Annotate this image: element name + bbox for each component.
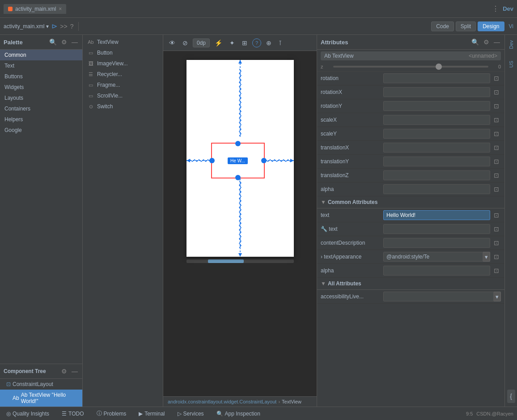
scaley-input[interactable] (383, 129, 490, 139)
palette-settings-button[interactable]: ⚙ (60, 38, 68, 47)
text-align-button[interactable]: ⊺ (276, 38, 284, 48)
sidebar-item-layouts[interactable]: Layouts (0, 93, 82, 103)
resize-handle-right[interactable] (261, 158, 267, 163)
translationx-input[interactable] (383, 143, 490, 153)
tree-item-constraintlayout[interactable]: ⊡ ConstraintLayout (0, 379, 82, 390)
file-tab[interactable]: activity_main.xml × (4, 4, 66, 14)
translationz-more-button[interactable]: ⊡ (492, 172, 501, 179)
breadcrumb-path[interactable]: androidx.constraintlayout.widget.Constra… (168, 399, 276, 404)
text-more-button[interactable]: ⊡ (492, 212, 501, 219)
rotation-more-button[interactable]: ⊡ (492, 75, 501, 82)
selected-textview-widget[interactable]: He W... (211, 143, 265, 178)
palette-search-button[interactable]: 🔍 (48, 38, 58, 47)
widget-imageview[interactable]: 🖼 ImageView... (83, 58, 163, 69)
attr-search-button[interactable]: 🔍 (470, 38, 480, 47)
text-appearance-input[interactable] (383, 252, 483, 262)
widget-button[interactable]: ▭ Button (83, 47, 163, 58)
no-constraint-button[interactable]: ⊘ (180, 38, 190, 48)
tree-item-textview[interactable]: Ab Ab TextView "Hello World!" (0, 390, 82, 407)
magic-wand-button[interactable]: ✦ (227, 38, 237, 48)
edge-bracket-button[interactable]: { (507, 390, 515, 403)
text-wrench-input[interactable] (383, 224, 490, 234)
resize-handle-left[interactable] (209, 158, 215, 163)
content-description-input[interactable] (383, 238, 490, 248)
sidebar-item-text[interactable]: Text (0, 60, 82, 71)
breadcrumb-current[interactable]: TextView (282, 399, 301, 404)
accessibility-dropdown-button[interactable]: ▾ (494, 292, 501, 301)
tree-minimize-button[interactable]: — (71, 367, 79, 376)
sidebar-item-common[interactable]: Common (0, 50, 82, 60)
rotationx-more-button[interactable]: ⊡ (492, 89, 501, 96)
canvas-content[interactable]: He W... (163, 51, 317, 396)
text-input[interactable] (383, 210, 490, 220)
file-dropdown[interactable]: activity_main.xml ▾ (4, 23, 49, 30)
app-inspection-button[interactable]: 🔍 App Inspection (214, 409, 263, 418)
palette-minimize-button[interactable]: — (71, 38, 79, 47)
widget-fragment[interactable]: ▭ Fragme... (83, 80, 163, 90)
translationy-input[interactable] (383, 157, 490, 166)
grid-button[interactable]: ⊞ (240, 38, 250, 48)
code-view-button[interactable]: Code (431, 21, 454, 31)
sidebar-item-containers[interactable]: Containers (0, 103, 82, 114)
eye-toggle-button[interactable]: 👁 (167, 38, 178, 48)
rotationy-more-button[interactable]: ⊡ (492, 102, 501, 110)
widget-switch[interactable]: ⊙ Switch (83, 101, 163, 112)
z-slider[interactable] (333, 66, 488, 68)
services-button[interactable]: ▷ Services (175, 409, 207, 418)
scaley-more-button[interactable]: ⊡ (492, 130, 501, 137)
translationy-more-button[interactable]: ⊡ (492, 158, 501, 165)
help-circle-icon[interactable]: ? (70, 23, 74, 30)
content-description-label: contentDescription (321, 240, 383, 246)
rotation-input[interactable] (383, 73, 490, 83)
help-button[interactable]: ? (252, 38, 261, 47)
sidebar-item-buttons[interactable]: Buttons (0, 71, 82, 82)
bottom-right-info: 9:5 CSDN.@Racyen (466, 411, 513, 416)
alpha-input[interactable] (383, 184, 490, 194)
common-attributes-section-header[interactable]: ▼ Common Attributes (317, 196, 504, 208)
horizontal-scrollbar[interactable] (186, 259, 294, 263)
scalex-more-button[interactable]: ⊡ (492, 116, 501, 123)
widget-scrollview[interactable]: ▭ ScrollVie... (83, 90, 163, 101)
sidebar-item-google[interactable]: Google (0, 125, 82, 136)
split-view-button[interactable]: Split (456, 21, 476, 31)
attr-row-alpha: alpha ⊡ (317, 182, 504, 196)
text-wrench-more-button[interactable]: ⊡ (492, 225, 501, 233)
close-tab-button[interactable]: × (59, 6, 62, 12)
nav-icon[interactable]: ⊳ (51, 22, 57, 30)
accessibility-input[interactable] (383, 292, 494, 301)
clear-constraints-button[interactable]: ⚡ (212, 38, 225, 48)
widget-textview[interactable]: Ab TextView (83, 37, 163, 47)
quality-insights-button[interactable]: ◎ Quality Insights (4, 409, 52, 418)
scalex-input[interactable] (383, 115, 490, 125)
z-slider-thumb[interactable] (436, 64, 442, 70)
text-appearance-more-button[interactable]: ⊡ (492, 253, 501, 260)
all-attributes-section-header[interactable]: ▼ All Attributes (317, 278, 504, 290)
content-description-more-button[interactable]: ⊡ (492, 239, 501, 246)
sidebar-item-widgets[interactable]: Widgets (0, 82, 82, 93)
align-button[interactable]: ⊕ (264, 38, 274, 48)
terminal-button[interactable]: ▶ Terminal (136, 409, 167, 418)
attr-minimize-button[interactable]: — (493, 38, 501, 47)
more-options-button[interactable]: ⋮ (492, 4, 499, 13)
resize-handle-top[interactable] (235, 141, 241, 146)
sidebar-item-helpers[interactable]: Helpers (0, 114, 82, 125)
common-alpha-more-button[interactable]: ⊡ (492, 267, 501, 274)
attr-settings-button[interactable]: ⚙ (483, 38, 490, 47)
common-alpha-input[interactable] (383, 266, 490, 276)
todo-button[interactable]: ☰ TODO (59, 409, 86, 418)
design-view-button[interactable]: Design (478, 21, 504, 31)
text-appearance-dropdown-button[interactable]: ▾ (483, 252, 490, 262)
problems-button[interactable]: ⓘ Problems (94, 408, 129, 419)
rotationx-input[interactable] (383, 87, 490, 97)
translationx-more-button[interactable]: ⊡ (492, 144, 501, 151)
fragment-widget-icon: ▭ (87, 82, 94, 88)
resize-handle-bottom[interactable] (235, 175, 241, 180)
widget-recyclerview[interactable]: ☰ Recycler... (83, 69, 163, 80)
translationz-input[interactable] (383, 170, 490, 180)
tree-settings-button[interactable]: ⚙ (60, 367, 68, 376)
dev-edge-label[interactable]: Dev (507, 38, 516, 51)
rotationy-input[interactable] (383, 101, 490, 111)
alpha-more-button[interactable]: ⊡ (492, 186, 501, 193)
margin-input[interactable]: 0dp (193, 38, 210, 47)
us-edge-label[interactable]: US (507, 59, 516, 69)
